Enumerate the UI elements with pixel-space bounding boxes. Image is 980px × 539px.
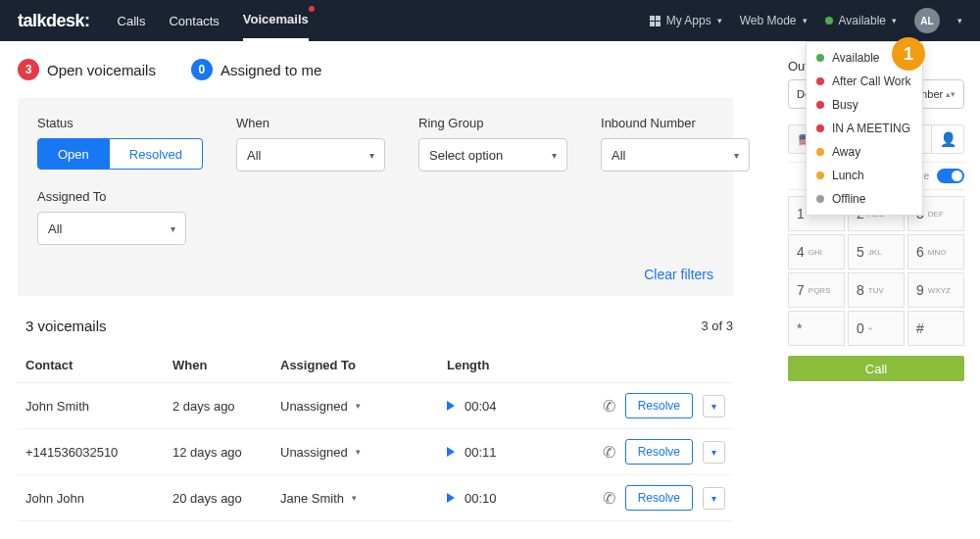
dialpad-key[interactable]: 4GHI xyxy=(788,234,845,270)
inbound-number-select[interactable]: All ▾ xyxy=(601,138,750,172)
chevron-down-icon: ▾ xyxy=(734,150,739,161)
play-icon[interactable] xyxy=(447,401,455,411)
col-assigned: Assigned To xyxy=(280,358,447,372)
status-dot-icon xyxy=(816,54,824,62)
assigned-to-select[interactable]: All ▾ xyxy=(37,212,186,245)
ring-value: Select option xyxy=(429,148,503,163)
assigned-dropdown[interactable]: Unassigned ▾ xyxy=(280,399,447,414)
chevron-down-icon: ▾ xyxy=(717,16,722,25)
filter-ring-label: Ring Group xyxy=(418,116,567,130)
more-actions-button[interactable]: ▾ xyxy=(703,487,725,510)
status-option-label: Busy xyxy=(832,98,858,112)
status-dot-icon xyxy=(816,195,824,203)
status-dot-icon xyxy=(816,148,824,156)
dialpad-key[interactable]: 9WXYZ xyxy=(907,272,964,308)
status-option[interactable]: IN A MEETING xyxy=(807,117,922,140)
table-row: John John 20 days ago Jane Smith ▾ 00:10… xyxy=(18,475,733,521)
call-button[interactable]: Call xyxy=(788,356,964,381)
dialpad-key[interactable]: 5JKL xyxy=(848,234,905,270)
key-number: * xyxy=(797,320,802,336)
when-select[interactable]: All ▾ xyxy=(236,138,385,172)
phone-icon[interactable]: ✆ xyxy=(603,443,615,462)
key-number: 8 xyxy=(857,282,864,298)
status-resolved-button[interactable]: Resolved xyxy=(110,138,203,170)
key-letters: TUV xyxy=(868,286,884,295)
more-actions-button[interactable]: ▾ xyxy=(703,395,725,417)
cell-contact: John John xyxy=(25,491,172,506)
filter-when-label: When xyxy=(236,116,385,130)
dialpad-key[interactable]: # xyxy=(907,311,964,346)
clear-filters-link[interactable]: Clear filters xyxy=(644,267,713,282)
key-number: # xyxy=(916,320,924,336)
status-option-label: IN A MEETING xyxy=(832,122,910,135)
app-header: talkdesk: Calls Contacts Voicemails My A… xyxy=(0,0,980,41)
cell-length: 00:04 xyxy=(447,399,574,414)
dialpad-key[interactable]: 0+ xyxy=(848,311,905,346)
filter-status-label: Status xyxy=(37,116,203,130)
play-icon[interactable] xyxy=(447,493,455,503)
my-apps-button[interactable]: My Apps ▾ xyxy=(650,14,722,27)
assigned-value: Unassigned xyxy=(280,445,348,460)
web-mode-button[interactable]: Web Mode ▾ xyxy=(740,14,808,27)
status-option[interactable]: Lunch xyxy=(807,164,922,187)
list-title: 3 voicemails xyxy=(25,318,107,334)
filter-panel: Status Open Resolved When All ▾ Ring Gro… xyxy=(18,98,733,296)
status-option[interactable]: After Call Work xyxy=(807,70,922,93)
cell-contact: John Smith xyxy=(25,399,172,414)
dialpad-key[interactable]: 8TUV xyxy=(848,272,905,308)
assigned-dropdown[interactable]: Jane Smith ▾ xyxy=(280,491,447,506)
brand-logo: talkdesk: xyxy=(18,11,90,31)
nav-voicemails[interactable]: Voicemails xyxy=(243,0,309,41)
avatar[interactable]: AL xyxy=(914,8,940,33)
autocomplete-toggle[interactable] xyxy=(937,169,964,183)
chevron-down-icon[interactable]: ▾ xyxy=(957,16,962,25)
chevron-down-icon: ▾ xyxy=(171,223,175,234)
key-letters: GHI xyxy=(808,248,822,257)
col-when: When xyxy=(172,358,280,372)
chevron-down-icon: ▾ xyxy=(803,16,808,25)
key-number: 0 xyxy=(857,320,864,336)
phone-icon[interactable]: ✆ xyxy=(603,489,615,508)
key-number: 5 xyxy=(857,244,864,260)
nav-calls[interactable]: Calls xyxy=(118,0,146,41)
status-option-label: Lunch xyxy=(832,169,864,182)
tab-open-voicemails[interactable]: Open voicemails xyxy=(47,62,156,78)
assigned-value: Jane Smith xyxy=(280,491,344,506)
filter-inbound-label: Inbound Number xyxy=(601,116,750,130)
filter-assigned-label: Assigned To xyxy=(37,189,186,204)
status-option[interactable]: Away xyxy=(807,140,922,164)
status-button[interactable]: Available ▾ xyxy=(825,14,897,27)
contact-picker-button[interactable]: 👤 xyxy=(931,124,964,154)
chevron-down-icon: ▾ xyxy=(356,401,361,411)
phone-icon[interactable]: ✆ xyxy=(603,397,615,416)
resolve-button[interactable]: Resolve xyxy=(625,485,693,511)
person-icon: 👤 xyxy=(940,131,956,147)
resolve-button[interactable]: Resolve xyxy=(625,393,693,418)
status-open-button[interactable]: Open xyxy=(37,138,110,170)
status-option[interactable]: Busy xyxy=(807,93,922,117)
length-value: 00:10 xyxy=(465,491,497,506)
play-icon[interactable] xyxy=(447,447,455,457)
status-option[interactable]: Offline xyxy=(807,187,922,211)
tab-assigned-to-me[interactable]: Assigned to me xyxy=(220,62,321,78)
dialpad-key[interactable]: * xyxy=(788,311,845,346)
key-letters: WXYZ xyxy=(928,286,951,295)
voicemail-table: Contact When Assigned To Length John Smi… xyxy=(18,348,733,521)
col-contact: Contact xyxy=(25,358,172,372)
more-actions-button[interactable]: ▾ xyxy=(703,441,725,464)
status-indicator-icon xyxy=(825,17,833,24)
nav-contacts[interactable]: Contacts xyxy=(169,0,219,41)
chevron-down-icon: ▾ xyxy=(892,16,897,25)
assigned-value: All xyxy=(48,221,62,236)
status-label: Available xyxy=(839,14,886,27)
status-toggle: Open Resolved xyxy=(37,138,203,170)
status-dot-icon xyxy=(816,77,824,85)
assigned-count-badge: 0 xyxy=(191,59,213,80)
col-length: Length xyxy=(447,358,574,372)
resolve-button[interactable]: Resolve xyxy=(625,439,693,465)
dialpad-key[interactable]: 7PQRS xyxy=(788,272,845,308)
dialpad-key[interactable]: 6MNO xyxy=(907,234,964,270)
assigned-dropdown[interactable]: Unassigned ▾ xyxy=(280,445,447,460)
key-letters: MNO xyxy=(928,248,947,257)
ring-group-select[interactable]: Select option ▾ xyxy=(418,138,567,172)
